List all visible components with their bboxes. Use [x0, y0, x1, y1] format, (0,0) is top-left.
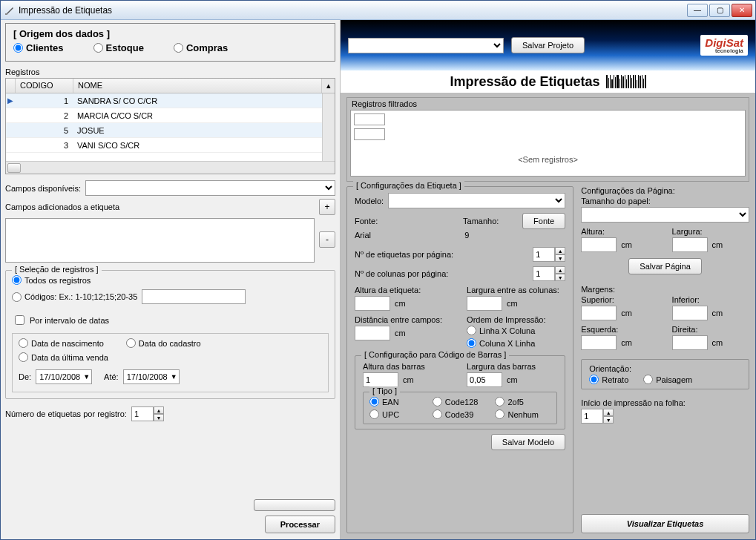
rf-input-1[interactable] [354, 113, 385, 125]
inf-input[interactable] [672, 306, 708, 320]
campos-adicionados-list[interactable] [5, 218, 315, 263]
modelo-select[interactable] [388, 193, 565, 208]
barras-larg-input[interactable] [467, 372, 502, 387]
blank-button[interactable] [254, 499, 335, 511]
radio-compras[interactable]: Compras [174, 42, 228, 53]
num-etiquetas-spin[interactable]: ▲▼ [131, 406, 164, 421]
sup-input[interactable] [581, 306, 617, 320]
logo: DigiSattecnologia [700, 35, 748, 56]
radio-codigos[interactable]: Códigos: Ex.: 1-10;12;15;20-35 [12, 292, 137, 302]
dist-campos-input[interactable] [355, 326, 390, 340]
larg-col-label: Largura entre as colunas: [467, 286, 565, 294]
svg-rect-1 [5, 13, 7, 15]
origem-title: [ Origem dos dados ] [13, 28, 327, 39]
ate-label: Até: [104, 372, 119, 381]
grid-hscroll[interactable] [6, 161, 335, 174]
app-window: Impressão de Etiquetas — ▢ ✕ [ Origem do… [0, 0, 756, 540]
salvar-modelo-button[interactable]: Salvar Modelo [491, 434, 565, 450]
registros-filtrados-box: Registros filtrados <Sem registros> [346, 97, 749, 182]
barras-larg-label: Largura das barras [467, 362, 557, 371]
radio-data-ultima-venda[interactable]: Data da última venda [19, 352, 322, 362]
ordem-label: Ordem de Impressão: [467, 315, 565, 324]
registros-section: Registros CODIGO NOME ▴ ▶ 1 SANDRA S/ CO… [5, 65, 335, 174]
table-row[interactable]: ▶ 1 SANDRA S/ CO C/CR [6, 93, 335, 108]
scroll-up-icon[interactable]: ▴ [322, 79, 335, 93]
rf-empty: <Sem registros> [351, 143, 745, 176]
fonte-button[interactable]: Fonte [522, 213, 565, 229]
col-nome[interactable]: NOME [73, 79, 322, 93]
radio-2of5[interactable]: 2of5 [495, 397, 550, 406]
table-row[interactable]: 5 JOSUE [6, 123, 335, 138]
col-codigo[interactable]: CODIGO [16, 79, 73, 93]
altura-input[interactable] [581, 237, 617, 252]
larg-col-input[interactable] [467, 296, 502, 311]
tipo-title: [ Tipo ] [369, 386, 400, 395]
fonte-label: Fonte: [355, 217, 378, 225]
window-title: Impressão de Etiquetas [19, 5, 687, 16]
dir-input[interactable] [672, 335, 708, 350]
table-row[interactable]: 2 MARCIA C/CO S/CR [6, 108, 335, 123]
altura-label: Altura: [581, 227, 658, 236]
radio-estoque[interactable]: Estoque [93, 42, 144, 53]
visualizar-button[interactable]: Visualizar Etiquetas [581, 514, 749, 533]
salvar-projeto-button[interactable]: Salvar Projeto [511, 37, 585, 53]
salvar-pagina-button[interactable]: Salvar Página [628, 258, 702, 274]
radio-nenhum[interactable]: Nenhum [495, 409, 550, 419]
campos-disponiveis-select[interactable] [85, 180, 335, 196]
registros-label: Registros [5, 68, 335, 76]
projeto-select[interactable] [348, 38, 504, 53]
radio-ean[interactable]: EAN [369, 397, 425, 406]
table-row[interactable]: 3 VANI S/CO S/CR [6, 138, 335, 153]
close-button[interactable]: ✕ [732, 4, 752, 17]
n-etq-spin[interactable]: ▲▼ [533, 247, 565, 262]
radio-code128[interactable]: Code128 [433, 397, 488, 406]
fonte-value: Arial [355, 231, 457, 240]
registros-grid[interactable]: CODIGO NOME ▴ ▶ 1 SANDRA S/ CO C/CR 2 [5, 78, 335, 174]
radio-upc[interactable]: UPC [369, 409, 425, 419]
radio-data-cadastro[interactable]: Data do cadastro [126, 338, 201, 348]
radio-linha-coluna[interactable]: Linha X Coluna [467, 326, 565, 335]
spin-down-icon: ▼ [154, 414, 164, 421]
de-date[interactable]: 17/10/2008▼ [36, 369, 92, 384]
row-marker-icon: ▶ [6, 96, 15, 105]
alt-etq-input[interactable] [355, 296, 390, 311]
check-intervalo-datas[interactable]: Por intervalo de datas [12, 313, 329, 327]
radio-code39[interactable]: Code39 [433, 409, 488, 419]
maximize-button[interactable]: ▢ [709, 4, 730, 17]
tam-papel-label: Tamanho do papel: [581, 197, 749, 205]
codigos-input[interactable] [142, 289, 246, 304]
tam-papel-select[interactable] [581, 207, 749, 223]
ate-date[interactable]: 17/10/2008▼ [123, 369, 180, 384]
margens-section: Margens: Superior:cm Inferior:cm Esquerd… [581, 285, 749, 350]
campos-adicionados-label: Campos adicionados a etiqueta [5, 202, 119, 211]
barras-alt-input[interactable] [363, 372, 398, 387]
esq-label: Esquerda: [581, 325, 658, 334]
radio-data-nascimento[interactable]: Data de nascimento [19, 338, 104, 348]
radio-todos[interactable]: Todos os registros [12, 275, 329, 285]
orientacao-label: Orientação: [589, 364, 741, 373]
remove-campo-button[interactable]: - [319, 231, 335, 248]
grid-vscroll[interactable] [322, 93, 335, 161]
chevron-down-icon: ▼ [83, 373, 90, 381]
add-campo-button[interactable]: + [319, 199, 335, 215]
barras-title: [ Configuração para Código de Barras ] [361, 350, 509, 359]
right-panel: Salvar Projeto DigiSattecnologia Impress… [341, 20, 755, 539]
inicio-spin[interactable]: ▲▼ [581, 409, 749, 424]
n-col-spin[interactable]: ▲▼ [533, 266, 565, 281]
rf-input-2[interactable] [354, 128, 385, 140]
cfg-pagina-section: Configurações da Página: Tamanho do pape… [581, 186, 749, 280]
largura-input[interactable] [672, 237, 708, 252]
processar-button[interactable]: Processar [265, 516, 335, 533]
esq-input[interactable] [581, 335, 617, 350]
radio-paisagem[interactable]: Paisagem [643, 375, 692, 384]
radio-coluna-linha[interactable]: Coluna X Linha [467, 338, 565, 348]
minimize-button[interactable]: — [687, 4, 708, 17]
cfg-pagina-title: Configurações da Página: [581, 186, 749, 195]
radio-retrato[interactable]: Retrato [589, 375, 628, 384]
campos-disponiveis-label: Campos disponíveis: [5, 184, 81, 193]
num-etiquetas-label: Número de etiquetas por registro: [5, 409, 127, 418]
de-label: De: [19, 372, 31, 381]
cfg-etiqueta-title: [ Configurações da Etiqueta ] [353, 181, 464, 190]
radio-clientes[interactable]: Clientes [13, 42, 64, 53]
spin-up-icon: ▲ [154, 406, 164, 414]
